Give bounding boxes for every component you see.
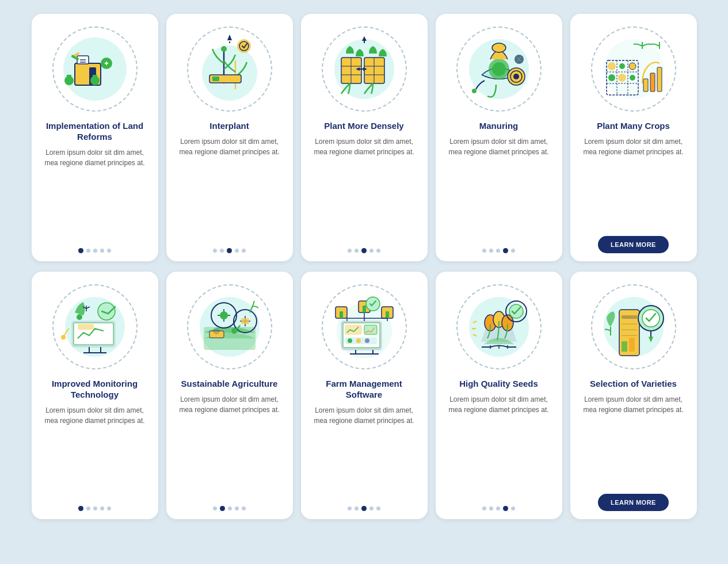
dot-farm-management-1[interactable] [355, 506, 359, 510]
dot-manuring-2[interactable] [496, 249, 500, 253]
dot-interplant-2[interactable] [227, 248, 232, 253]
dot-interplant-4[interactable] [242, 249, 246, 253]
dot-sustainable-agriculture-1[interactable] [220, 506, 225, 511]
svg-point-57 [630, 75, 635, 81]
dots-land-reforms [78, 248, 111, 253]
dot-plant-more-densely-4[interactable] [376, 249, 380, 253]
learn-more-button-plant-many-crops[interactable]: LEARN MORE [598, 236, 669, 253]
dot-land-reforms-0[interactable] [78, 248, 83, 253]
dot-monitoring-tech-3[interactable] [100, 506, 104, 510]
svg-point-38 [492, 43, 506, 52]
card-sustainable-agriculture: Sustainable AgricultureLorem ipsum dolor… [166, 272, 293, 519]
svg-point-16 [221, 46, 227, 52]
dot-plant-more-densely-0[interactable] [348, 249, 352, 253]
card-high-quality-seeds: High Quality SeedsLorem ipsum dolor sit … [436, 272, 562, 519]
svg-rect-12 [93, 75, 97, 81]
svg-rect-10 [67, 75, 71, 81]
title-sustainable-agriculture: Sustainable Agriculture [181, 379, 278, 390]
svg-point-89 [348, 338, 352, 343]
card-manuring: ManuringLorem ipsum dolor sit dim amet, … [436, 14, 562, 261]
dot-interplant-1[interactable] [220, 249, 224, 253]
body-manuring: Lorem ipsum dolor sit dim amet, mea regi… [444, 136, 554, 240]
svg-rect-93 [340, 311, 343, 318]
body-plant-many-crops: Lorem ipsum dolor sit dim amet, mea regi… [578, 136, 689, 228]
dot-high-quality-seeds-4[interactable] [511, 506, 515, 510]
dot-interplant-0[interactable] [213, 249, 217, 253]
svg-point-68 [77, 314, 82, 320]
icon-area-high-quality-seeds [453, 281, 545, 373]
title-high-quality-seeds: High Quality Seeds [459, 379, 538, 390]
svg-rect-119 [629, 338, 635, 352]
dot-plant-more-densely-3[interactable] [369, 249, 373, 253]
svg-rect-60 [657, 67, 662, 92]
dot-sustainable-agriculture-0[interactable] [213, 506, 217, 510]
dots-interplant [213, 248, 246, 253]
svg-rect-86 [345, 325, 361, 334]
dot-manuring-3[interactable] [503, 248, 508, 253]
svg-point-90 [356, 338, 361, 343]
icon-area-interplant [184, 23, 276, 115]
svg-rect-58 [643, 79, 648, 92]
dot-high-quality-seeds-3[interactable] [503, 506, 508, 511]
dot-land-reforms-4[interactable] [107, 249, 111, 253]
dot-sustainable-agriculture-3[interactable] [235, 506, 239, 510]
icon-area-selection-varieties [588, 281, 680, 373]
dot-monitoring-tech-2[interactable] [93, 506, 97, 510]
dot-monitoring-tech-1[interactable] [86, 506, 90, 510]
svg-point-56 [618, 74, 626, 82]
dot-farm-management-2[interactable] [361, 506, 367, 511]
dot-monitoring-tech-0[interactable] [78, 506, 83, 511]
bottom-row: Improved Monitoring TechnologyLorem ipsu… [14, 272, 714, 519]
svg-point-76 [220, 311, 228, 319]
body-land-reforms: Lorem ipsum dolor sit dim amet, mea regi… [40, 147, 150, 241]
svg-point-69 [98, 303, 115, 320]
title-monitoring-tech: Improved Monitoring Technology [40, 379, 150, 401]
dot-high-quality-seeds-0[interactable] [482, 506, 486, 510]
dot-manuring-1[interactable] [489, 249, 493, 253]
svg-rect-87 [364, 325, 377, 334]
dot-monitoring-tech-4[interactable] [107, 506, 111, 510]
icon-farm-management [327, 289, 402, 364]
svg-point-91 [365, 338, 369, 343]
icon-high-quality-seeds [462, 289, 536, 364]
svg-marker-19 [227, 35, 232, 40]
svg-point-15 [202, 45, 257, 101]
dot-interplant-3[interactable] [235, 249, 239, 253]
title-manuring: Manuring [479, 121, 519, 132]
svg-rect-114 [622, 315, 637, 319]
dot-plant-more-densely-2[interactable] [361, 248, 367, 253]
card-plant-more-densely: Plant More DenselyLorem ipsum dolor sit … [301, 14, 428, 261]
icon-land-reforms [58, 32, 132, 106]
body-sustainable-agriculture: Lorem ipsum dolor sit dim amet, mea regi… [174, 394, 285, 498]
dot-farm-management-0[interactable] [348, 506, 352, 510]
dot-farm-management-3[interactable] [369, 506, 373, 510]
body-monitoring-tech: Lorem ipsum dolor sit dim amet, mea regi… [40, 405, 150, 498]
dot-manuring-4[interactable] [511, 249, 515, 253]
dot-manuring-0[interactable] [482, 249, 486, 253]
dot-sustainable-agriculture-2[interactable] [228, 506, 232, 510]
svg-rect-21 [212, 77, 219, 81]
dot-high-quality-seeds-1[interactable] [489, 506, 493, 510]
icon-sustainable-agriculture [192, 289, 267, 364]
dot-farm-management-4[interactable] [376, 506, 380, 510]
card-farm-management: Farm Management SoftwareLorem ipsum dolo… [301, 272, 428, 519]
dots-sustainable-agriculture [213, 506, 246, 511]
title-plant-many-crops: Plant Many Crops [597, 121, 670, 132]
icon-area-manuring [453, 23, 545, 115]
dot-high-quality-seeds-2[interactable] [496, 506, 500, 510]
card-monitoring-tech: Improved Monitoring TechnologyLorem ipsu… [32, 272, 158, 519]
icon-plant-more-densely [327, 32, 402, 106]
body-selection-varieties: Lorem ipsum dolor sit dim amet, mea regi… [578, 394, 689, 486]
dot-land-reforms-2[interactable] [93, 249, 97, 253]
icon-area-sustainable-agriculture [184, 281, 276, 373]
dots-farm-management [348, 506, 380, 511]
dot-land-reforms-1[interactable] [86, 249, 90, 253]
dot-plant-more-densely-1[interactable] [355, 249, 359, 253]
dot-land-reforms-3[interactable] [100, 249, 104, 253]
dot-sustainable-agriculture-4[interactable] [242, 506, 246, 510]
learn-more-button-selection-varieties[interactable]: LEARN MORE [598, 494, 669, 511]
svg-marker-34 [362, 36, 367, 41]
svg-point-74 [213, 327, 220, 334]
title-interplant: Interplant [209, 121, 249, 132]
svg-rect-59 [650, 73, 655, 92]
